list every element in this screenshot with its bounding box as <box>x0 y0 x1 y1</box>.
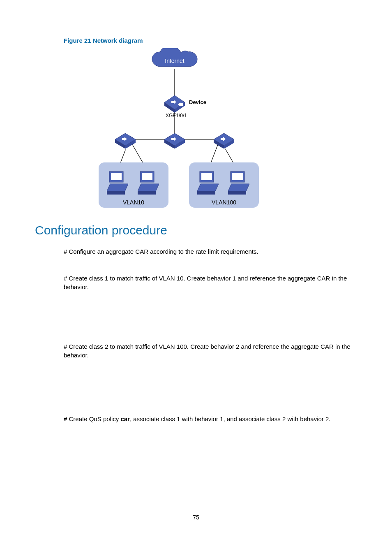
svg-marker-41 <box>228 184 249 191</box>
internet-label: Internet <box>165 58 184 64</box>
figure-title: Figure 21 Network diagram <box>64 37 357 44</box>
p4-bold: car <box>120 415 130 422</box>
svg-rect-28 <box>111 173 122 180</box>
port-label: XGE1/0/1 <box>166 113 187 118</box>
device-switch-icon <box>164 95 185 113</box>
svg-rect-38 <box>197 191 215 195</box>
vlan-right-label: VLAN100 <box>212 199 236 206</box>
mid-switch-center-icon: SWITCH <box>164 133 185 150</box>
svg-rect-30 <box>107 191 125 195</box>
paragraph-3: # Create class 2 to match traffic of VLA… <box>64 342 357 359</box>
p4-post: , associate class 1 with behavior 1, and… <box>130 415 331 422</box>
svg-marker-29 <box>107 184 128 191</box>
svg-marker-33 <box>138 184 159 191</box>
svg-rect-32 <box>142 173 152 180</box>
p4-pre: # Create QoS policy <box>64 415 120 422</box>
mid-switch-left-icon: SWITCH <box>115 133 136 150</box>
svg-rect-42 <box>228 191 246 195</box>
network-diagram: Internet Device XGE1/0/1 SWITCH <box>76 48 290 213</box>
paragraph-2: # Create class 1 to match traffic of VLA… <box>64 274 357 291</box>
svg-rect-36 <box>201 173 212 180</box>
page-number: 75 <box>0 514 392 521</box>
svg-rect-34 <box>138 191 156 195</box>
paragraph-1: # Configure an aggregate CAR according t… <box>64 247 357 256</box>
vlan-left-label: VLAN10 <box>123 199 144 206</box>
svg-marker-37 <box>197 184 219 191</box>
svg-text:SWITCH: SWITCH <box>120 148 128 150</box>
paragraph-4: # Create QoS policy car, associate class… <box>64 415 357 423</box>
section-heading: Configuration procedure <box>35 223 357 237</box>
page: Figure 21 Network diagram Internet <box>0 0 392 533</box>
internet-cloud-icon: Internet <box>152 48 197 67</box>
device-label: Device <box>189 99 206 105</box>
svg-text:SWITCH: SWITCH <box>169 148 177 150</box>
svg-rect-40 <box>232 173 243 180</box>
svg-text:SWITCH: SWITCH <box>218 148 226 150</box>
